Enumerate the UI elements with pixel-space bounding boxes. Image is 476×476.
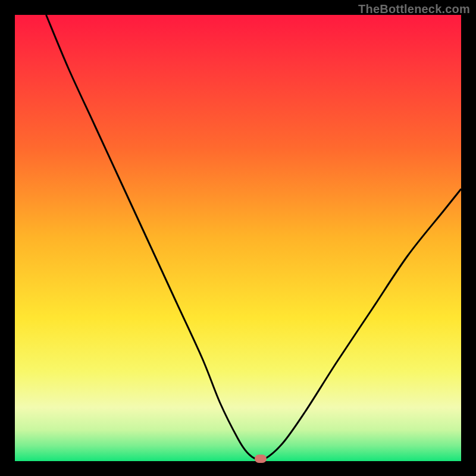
optimum-marker [255,455,267,463]
chart-frame: TheBottleneck.com [0,0,476,476]
watermark-text: TheBottleneck.com [358,2,470,16]
curve-path [46,15,462,461]
bottleneck-curve [15,15,461,461]
plot-area [15,15,461,461]
